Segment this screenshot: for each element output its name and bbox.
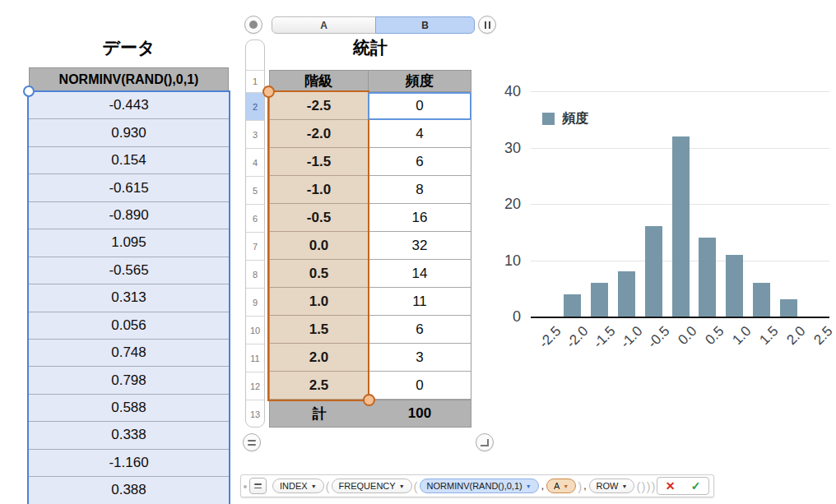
bin-cell[interactable]: -1.0 — [270, 176, 369, 204]
chart-bar[interactable] — [591, 283, 608, 317]
bin-cell[interactable]: -2.0 — [270, 120, 369, 148]
row-number[interactable]: 1 — [246, 71, 264, 93]
data-cell[interactable]: 0.154 — [29, 147, 229, 174]
bin-cell[interactable]: -0.5 — [270, 204, 369, 232]
table-row: -1.56 — [270, 148, 471, 176]
row-number[interactable]: 7 — [246, 233, 264, 261]
chart-bar[interactable] — [672, 136, 690, 317]
table-row: -2.04 — [270, 120, 471, 148]
freq-cell[interactable]: 14 — [369, 260, 471, 288]
chart-bar[interactable] — [726, 255, 743, 317]
table-handle-button[interactable] — [244, 16, 262, 34]
freq-cell[interactable]: 0 — [369, 92, 471, 120]
row-number-blank — [246, 40, 264, 71]
accept-formula-button[interactable]: ✓ — [683, 478, 708, 494]
freq-cell[interactable]: 8 — [369, 176, 471, 204]
x-tick-label: -2.5 — [527, 323, 565, 362]
formula-function-token[interactable]: INDEX▼ — [272, 479, 324, 493]
x-tick-label: -1.5 — [581, 323, 620, 362]
formula-editor-bar[interactable]: INDEX▼(FREQUENCY▼(NORMINV(RAND(),0,1)▼,A… — [240, 474, 714, 497]
data-cell[interactable]: 0.388 — [29, 477, 229, 504]
table-resize-button[interactable] — [476, 433, 494, 451]
chart-bar[interactable] — [699, 238, 716, 317]
row-number[interactable]: 4 — [246, 149, 264, 177]
chart-bar[interactable] — [780, 299, 797, 317]
y-tick-label: 30 — [490, 140, 521, 157]
token-label: FREQUENCY — [339, 481, 396, 491]
row-number[interactable]: 12 — [246, 372, 264, 400]
data-cell[interactable]: 0.930 — [29, 119, 229, 146]
freq-cell[interactable]: 6 — [369, 316, 471, 344]
x-tick-label: 2.5 — [797, 323, 836, 362]
freq-cell[interactable]: 11 — [369, 288, 471, 316]
data-cell[interactable]: 0.588 — [29, 395, 229, 422]
column-header-a[interactable]: A — [272, 16, 376, 34]
freq-cell[interactable]: 32 — [369, 232, 471, 260]
bin-cell[interactable]: 0.5 — [270, 260, 369, 288]
chart-bar[interactable] — [645, 226, 662, 317]
formula-token-list: INDEX▼(FREQUENCY▼(NORMINV(RAND(),0,1)▼,A… — [272, 475, 659, 497]
formula-function-token[interactable]: A▼ — [546, 479, 576, 493]
chart-bar[interactable] — [753, 283, 770, 317]
token-label: NORMINV(RAND(),0,1) — [427, 481, 522, 491]
row-number[interactable]: 3 — [246, 121, 264, 149]
column-header-b[interactable]: B — [375, 16, 475, 34]
bins-column-header[interactable]: 階級 — [270, 71, 369, 91]
formula-paren: ) — [641, 479, 645, 493]
bin-cell[interactable]: 2.5 — [270, 372, 369, 400]
footer-total-cell[interactable]: 100 — [369, 400, 471, 427]
bin-cell[interactable]: 2.0 — [270, 344, 369, 372]
data-cell[interactable]: -0.443 — [29, 92, 229, 119]
data-cell[interactable]: 0.748 — [29, 340, 229, 367]
freq-column-header[interactable]: 頻度 — [369, 71, 471, 91]
data-cell[interactable]: -0.565 — [29, 257, 229, 284]
formula-function-token[interactable]: ROW▼ — [589, 479, 635, 493]
formula-bar-drag-dot[interactable] — [244, 485, 247, 488]
row-number[interactable]: 11 — [246, 344, 264, 372]
token-label: INDEX — [280, 481, 308, 491]
row-number[interactable]: 10 — [246, 317, 264, 344]
chart-bar[interactable] — [564, 294, 581, 317]
bin-cell[interactable]: -2.5 — [270, 92, 369, 120]
row-number[interactable]: 8 — [246, 261, 264, 289]
gridline — [531, 91, 829, 92]
freq-cell[interactable]: 3 — [369, 344, 471, 372]
formula-paren: ( — [636, 479, 640, 493]
bin-cell[interactable]: 1.0 — [270, 288, 369, 316]
footer-label-cell[interactable]: 計 — [270, 400, 369, 427]
stats-table-title: 統計 — [269, 36, 471, 59]
data-cell[interactable]: -0.615 — [29, 174, 229, 201]
data-table-header-cell[interactable]: NORMINV(RAND(),0,1) — [29, 67, 229, 92]
table-row: 1.56 — [270, 316, 471, 344]
row-number[interactable]: 6 — [246, 205, 264, 233]
freq-cell[interactable]: 4 — [369, 120, 471, 148]
freq-cell[interactable]: 0 — [369, 372, 471, 400]
x-tick-label: 0.5 — [689, 323, 727, 362]
formula-menu-button[interactable] — [249, 478, 267, 494]
freq-cell[interactable]: 6 — [369, 148, 471, 176]
data-cell[interactable]: -0.890 — [29, 202, 229, 229]
data-cell[interactable]: 0.313 — [29, 284, 229, 312]
row-number[interactable]: 5 — [246, 177, 264, 205]
bin-cell[interactable]: 0.0 — [270, 232, 369, 260]
row-number[interactable]: 9 — [246, 289, 264, 317]
row-number[interactable]: 2 — [246, 93, 264, 121]
bin-cell[interactable]: 1.5 — [270, 316, 369, 344]
data-cell[interactable]: -1.160 — [29, 450, 229, 477]
table-row: 0.514 — [270, 260, 471, 288]
data-cell[interactable]: 0.798 — [29, 367, 229, 394]
data-cell[interactable]: 0.338 — [29, 422, 229, 449]
add-row-button[interactable] — [243, 433, 261, 451]
bin-cell[interactable]: -1.5 — [270, 148, 369, 176]
chart-bar[interactable] — [618, 271, 635, 317]
data-cell[interactable]: 1.095 — [29, 229, 229, 257]
freq-cell[interactable]: 16 — [369, 204, 471, 232]
add-column-button[interactable] — [478, 16, 496, 34]
blue-range-handle[interactable] — [23, 86, 35, 97]
formula-function-token[interactable]: NORMINV(RAND(),0,1)▼ — [420, 479, 539, 493]
formula-paren: ) — [651, 479, 655, 493]
row-number[interactable]: 13 — [246, 400, 264, 428]
cancel-formula-button[interactable]: ✕ — [657, 478, 683, 494]
data-cell[interactable]: 0.056 — [29, 312, 229, 340]
formula-function-token[interactable]: FREQUENCY▼ — [332, 479, 412, 493]
